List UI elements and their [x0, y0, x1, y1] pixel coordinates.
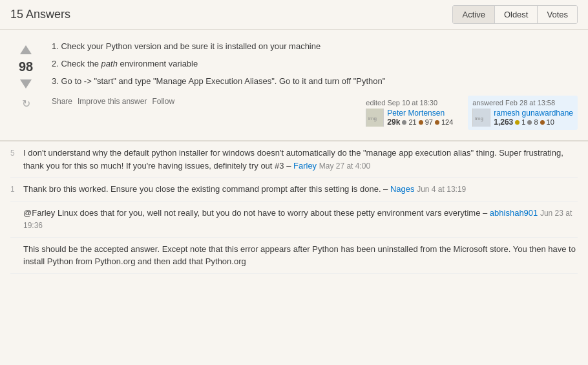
bronze-count-3: 10	[547, 118, 554, 126]
history-icon[interactable]: ↻	[22, 98, 30, 110]
edited-meta: edited Sep 10 at 18:30	[366, 99, 453, 107]
silver-dot-1	[402, 120, 406, 125]
comment-3-author[interactable]: abhishah901	[490, 208, 538, 218]
comment-1-date: May 27 at 4:00	[319, 162, 370, 171]
comment-4-body: This should be the accepted answer. Exce…	[23, 243, 578, 268]
gold-dot	[515, 120, 520, 125]
svg-marker-0	[20, 45, 32, 54]
vote-up-button[interactable]	[16, 43, 36, 57]
comment-2-date: Jun 4 at 13:19	[417, 185, 466, 194]
edited-user-name[interactable]: Peter Mortensen	[387, 109, 453, 118]
comment-2: 1 Thank bro this worked. Ensure you clos…	[10, 178, 578, 202]
comment-3-score	[10, 207, 17, 207]
comment-3-body: @Farley Linux does that for you, well no…	[23, 207, 578, 232]
answer-block: 98 ↻ 1. Check your Python version and be…	[0, 30, 588, 141]
svg-marker-1	[20, 79, 32, 89]
comment-2-score: 1	[10, 183, 17, 195]
vote-column: 98 ↻	[10, 40, 41, 130]
answered-meta: answered Feb 28 at 13:58	[472, 99, 573, 107]
bronze-dot-3	[540, 120, 545, 125]
answers-header: 15 Answers Active Oldest Votes	[0, 0, 588, 30]
comment-4-text: This should be the accepted answer. Exce…	[23, 244, 576, 267]
comment-2-body: Thank bro this worked. Ensure you close …	[23, 183, 578, 196]
comment-1: 5 I don't understand why the default pyt…	[10, 141, 578, 178]
silver-dot-2	[527, 120, 532, 125]
comment-1-body: I don't understand why the default pytho…	[23, 147, 578, 172]
answered-rep: 1,263	[494, 118, 513, 127]
vote-down-button[interactable]	[16, 77, 36, 91]
sort-tabs: Active Oldest Votes	[452, 5, 578, 24]
bronze-dot-1	[419, 120, 423, 125]
vote-count: 98	[19, 59, 33, 74]
answers-count: 15 Answers	[10, 8, 70, 21]
answered-user-name[interactable]: ramesh gunawardhane	[494, 109, 573, 118]
edited-user-info: img Peter Mortensen 29k 21 97	[366, 109, 453, 127]
comment-4: This should be the accepted answer. Exce…	[10, 238, 578, 274]
comment-2-author[interactable]: Nages	[390, 184, 415, 194]
tab-active[interactable]: Active	[453, 6, 494, 23]
tab-oldest[interactable]: Oldest	[494, 6, 538, 23]
improve-link[interactable]: Improve this answer	[78, 97, 147, 106]
user-cards: edited Sep 10 at 18:30 img Peter Mortens…	[361, 96, 578, 130]
answered-user-card: answered Feb 28 at 13:58 img ramesh guna…	[468, 96, 578, 130]
answer-line-2: 2. Check the path environment variable	[52, 57, 578, 71]
comment-2-text: Thank bro this worked. Ensure you close …	[23, 184, 388, 194]
edited-rep: 29k	[387, 118, 400, 127]
share-link[interactable]: Share	[52, 97, 72, 106]
edited-user-card: edited Sep 10 at 18:30 img Peter Mortens…	[361, 96, 457, 130]
comment-3: @Farley Linux does that for you, well no…	[10, 202, 578, 238]
answer-actions: Share Improve this answer Follow edited …	[52, 96, 578, 130]
answer-line-3: 3. Go to -> "start" and type "Manage App…	[52, 75, 578, 89]
edited-avatar: img	[366, 109, 384, 127]
follow-link[interactable]: Follow	[152, 97, 174, 106]
answered-user-info: img ramesh gunawardhane 1,263 1 8	[472, 109, 573, 127]
edited-badges: 29k 21 97 124	[387, 118, 453, 127]
answer-content: 1. Check your Python version and be sure…	[52, 40, 578, 130]
action-links: Share Improve this answer Follow	[52, 96, 174, 106]
answer-line-1: 1. Check your Python version and be sure…	[52, 40, 578, 54]
comments-section: 5 I don't understand why the default pyt…	[0, 141, 588, 274]
gold-count: 1	[521, 118, 525, 126]
silver-count-1: 21	[408, 118, 416, 126]
bronze-count-2: 124	[441, 118, 453, 126]
svg-text:img: img	[368, 116, 377, 121]
comment-1-score: 5	[10, 147, 17, 159]
silver-count-2: 8	[534, 118, 538, 126]
answered-avatar: img	[472, 109, 490, 127]
comment-4-score	[10, 243, 17, 244]
tab-votes[interactable]: Votes	[537, 6, 577, 23]
answered-badges: 1,263 1 8 10	[494, 118, 573, 127]
bronze-count-1: 97	[425, 118, 433, 126]
bronze-dot-2	[435, 120, 439, 125]
answer-body: 1. Check your Python version and be sure…	[52, 40, 578, 88]
comment-1-author[interactable]: Farley	[293, 161, 317, 171]
svg-text:img: img	[475, 116, 483, 121]
comment-3-text: @Farley Linux does that for you, well no…	[23, 208, 487, 218]
